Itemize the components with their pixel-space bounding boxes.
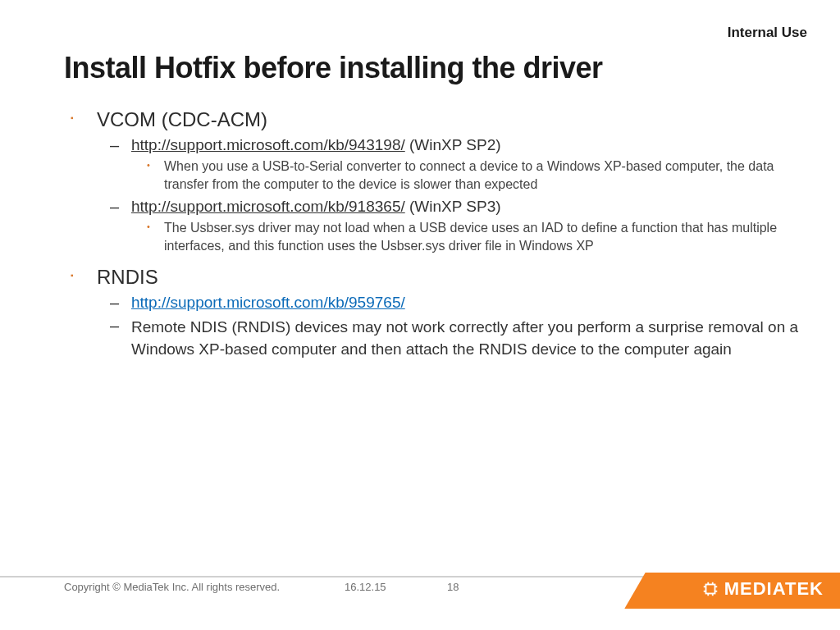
footer-page-number: 18: [447, 581, 459, 593]
vcom-link-1-url[interactable]: http://support.microsoft.com/kb/943198/: [131, 136, 405, 153]
logo-label: MEDIATEK: [724, 578, 824, 600]
classification-label: Internal Use: [728, 25, 807, 41]
logo: MEDIATEK: [651, 573, 840, 609]
bullet-rndis: RNDIS: [64, 266, 807, 289]
vcom-detail-1-text: When you use a USB-to-Serial converter t…: [164, 159, 774, 191]
vcom-link-2-url[interactable]: http://support.microsoft.com/kb/918365/: [131, 198, 405, 215]
bullet-vcom-text: VCOM (CDC-ACM): [97, 108, 267, 130]
logo-text: MEDIATEK: [701, 578, 824, 600]
vcom-link-1-suffix: (WinXP SP2): [405, 136, 501, 153]
footer-copyright: Copyright © MediaTek Inc. All rights res…: [64, 581, 280, 593]
vcom-link-2: http://support.microsoft.com/kb/918365/ …: [64, 198, 807, 216]
svg-rect-0: [705, 585, 714, 594]
vcom-link-2-text: http://support.microsoft.com/kb/918365/ …: [131, 198, 501, 215]
footer-date: 16.12.15: [345, 581, 386, 593]
slide: Internal Use Install Hotfix before insta…: [0, 0, 840, 630]
rndis-desc: Remote NDIS (RNDIS) devices may not work…: [64, 317, 807, 360]
chip-icon: [701, 580, 719, 598]
vcom-link-2-suffix: (WinXP SP3): [405, 198, 501, 215]
rndis-link-1-text: http://support.microsoft.com/kb/959765/: [131, 294, 405, 311]
vcom-detail-2: The Usbser.sys driver may not load when …: [64, 219, 807, 254]
rndis-link-1: http://support.microsoft.com/kb/959765/: [64, 294, 807, 312]
vcom-link-1: http://support.microsoft.com/kb/943198/ …: [64, 136, 807, 154]
bullet-vcom: VCOM (CDC-ACM): [64, 108, 807, 131]
bullet-rndis-text: RNDIS: [97, 266, 158, 288]
slide-title: Install Hotfix before installing the dri…: [64, 51, 603, 85]
vcom-detail-2-text: The Usbser.sys driver may not load when …: [164, 221, 777, 253]
vcom-link-1-text: http://support.microsoft.com/kb/943198/ …: [131, 136, 501, 153]
rndis-link-1-url[interactable]: http://support.microsoft.com/kb/959765/: [131, 294, 405, 311]
vcom-detail-1: When you use a USB-to-Serial converter t…: [64, 158, 807, 193]
slide-body: VCOM (CDC-ACM) http://support.microsoft.…: [64, 108, 807, 364]
rndis-desc-text: Remote NDIS (RNDIS) devices may not work…: [131, 318, 798, 358]
